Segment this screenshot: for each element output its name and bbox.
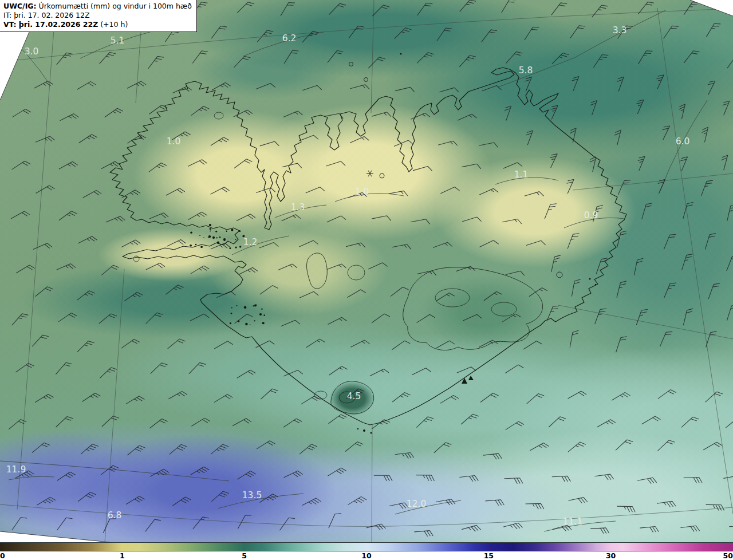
wind-barb: [636, 100, 644, 114]
wind-barb: [149, 163, 167, 172]
wind-barb: [168, 339, 186, 349]
wind-barb: [329, 415, 347, 424]
wind-barb: [60, 114, 79, 121]
wind-barb: [191, 107, 210, 116]
contour-label: 1.2: [243, 237, 258, 247]
wind-barb: [57, 472, 76, 480]
contour-label: 13.5: [242, 490, 262, 500]
wind-barb: [412, 368, 431, 375]
lead-time-label: (+10 h): [98, 20, 128, 29]
wind-barb: [638, 156, 645, 171]
title-line-2: IT: þri. 17. 02. 2026 12Z: [3, 11, 192, 20]
wind-barbs: [9, 0, 733, 537]
model-id-label: UWC/IG:: [3, 2, 37, 10]
wind-barb: [462, 217, 482, 222]
wind-barb: [634, 258, 643, 275]
map-title-box: UWC/IG: Úrkomumætti (mm) og vindur i 100…: [0, 0, 197, 32]
wind-barb: [366, 524, 386, 530]
wind-barb: [168, 391, 187, 399]
wind-barb: [16, 363, 34, 372]
wind-barb: [102, 416, 119, 427]
contour-label: 5.1: [111, 36, 125, 46]
wind-barb: [545, 204, 557, 219]
wind-barb: [440, 187, 459, 194]
wind-barb: [460, 0, 476, 11]
wind-barb: [660, 332, 673, 346]
wind-barb: [284, 471, 303, 478]
wind-barb: [479, 340, 498, 347]
valid-time-label: VT: þri. 17.02.2026 22Z: [3, 20, 98, 29]
wind-barb: [551, 255, 561, 272]
wind-barb: [350, 85, 370, 89]
wind-barb: [372, 420, 390, 429]
wind-barb: [440, 88, 459, 92]
wind-barb: [502, 219, 522, 224]
wind-barb: [706, 23, 720, 37]
wind-barb: [568, 391, 586, 399]
wind-barb: [368, 263, 387, 269]
wind-barb: [78, 236, 97, 243]
wind-barb: [348, 290, 366, 298]
wind-barb: [36, 287, 53, 297]
wind-barb: [462, 525, 481, 531]
wind-barb: [729, 526, 733, 531]
wind-barb: [503, 523, 523, 529]
colorbar-tick-labels: 01510153050: [0, 551, 733, 560]
wind-barb: [301, 396, 320, 404]
wind-barb: [438, 141, 458, 145]
wind-barb: [329, 366, 348, 375]
wind-barb: [146, 313, 163, 324]
wind-barb: [151, 363, 168, 374]
wind-barb: [211, 137, 229, 146]
wind-barb: [684, 478, 702, 483]
wind-barb: [657, 440, 675, 451]
wind-barb: [568, 442, 586, 452]
precipitation-colorbar: [0, 542, 733, 551]
wind-barb: [506, 421, 524, 430]
wind-barb: [727, 56, 733, 68]
wind-barb: [214, 341, 233, 349]
wind-barb: [389, 503, 409, 508]
wind-barb: [505, 365, 523, 373]
wind-barb: [392, 392, 410, 402]
wind-barb: [121, 340, 140, 349]
wind-barb: [664, 234, 676, 249]
wind-barb: [278, 264, 297, 270]
wind-barb: [190, 314, 209, 321]
wind-barb: [437, 28, 452, 41]
wind-barb: [595, 309, 606, 324]
contour-label: 4.5: [347, 391, 361, 401]
wind-barb: [570, 128, 576, 143]
wind-barb: [165, 285, 183, 295]
wind-barb: [283, 419, 302, 427]
wind-barb: [727, 305, 733, 321]
wind-barb: [526, 503, 544, 509]
wind-barb: [328, 468, 346, 476]
wind-barb: [59, 161, 78, 169]
colorbar-tick-label: 10: [361, 551, 371, 560]
wind-barb: [372, 314, 390, 323]
wind-barb: [723, 476, 733, 482]
wind-barb: [122, 190, 141, 198]
wind-barb: [124, 292, 143, 301]
wind-barb: [706, 504, 724, 510]
wind-barb: [57, 518, 73, 530]
wind-barb: [480, 393, 499, 403]
wind-barb: [392, 244, 411, 250]
wind-barb: [440, 396, 459, 404]
wind-barb: [126, 496, 145, 504]
contour-label: 1.0: [355, 187, 369, 197]
wind-barb: [612, 392, 630, 400]
wind-barb: [57, 264, 76, 270]
wind-barb: [302, 85, 322, 90]
contour-label: 1.1: [514, 169, 529, 180]
wind-barb: [679, 104, 685, 119]
wind-barb: [727, 204, 733, 221]
wind-barb: [372, 216, 391, 221]
wind-barb: [35, 395, 53, 403]
wind-barb: [234, 159, 253, 168]
wind-barb: [372, 5, 389, 16]
title-line-3: VT: þri. 17.02.2026 22Z (+10 h): [3, 20, 192, 29]
wind-barb: [328, 50, 343, 62]
wind-barb: [395, 28, 412, 39]
